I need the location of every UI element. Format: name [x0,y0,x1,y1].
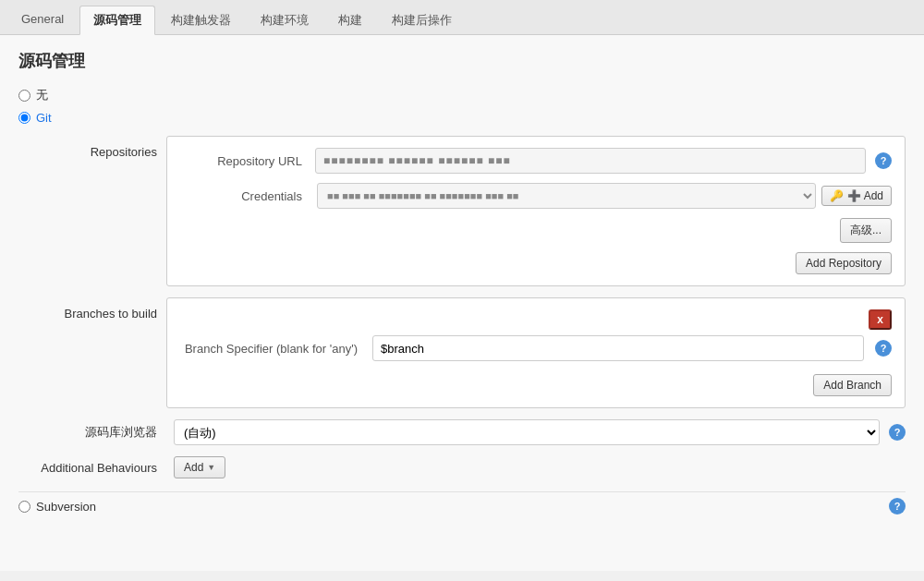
url-label: Repository URL [180,154,310,168]
branches-content: x Branch Specifier (blank for 'any') ? A… [166,297,906,408]
repo-url-row: Repository URL ? [180,148,892,174]
repositories-panel: Repository URL ? Credentials ■■ ■■■ ■■ ■… [166,136,906,286]
tab-build[interactable]: 构建 [324,6,376,34]
main-content: 源码管理 无 Git Repositories Repository URL ? [0,35,924,571]
browser-row: 源码库浏览器 (自动) ? [18,419,906,445]
key-icon: 🔑 [830,189,844,202]
dropdown-caret-icon: ▼ [207,463,215,472]
repo-buttons-row: 高级... [180,218,892,248]
cred-label: Credentials [180,189,310,203]
branch-specifier-row: Branch Specifier (blank for 'any') ? [180,335,892,361]
page-title: 源码管理 [18,50,906,72]
tab-general[interactable]: General [7,6,78,34]
radio-subversion[interactable] [18,501,30,513]
radio-none-item: 无 [18,87,906,103]
subversion-row: Subversion ? [18,491,906,520]
radio-git-item: Git [18,111,906,125]
tab-env[interactable]: 构建环境 [247,6,322,34]
browser-content: (自动) ? [174,419,906,445]
subversion-label: Subversion [36,500,96,514]
repositories-content: Repository URL ? Credentials ■■ ■■■ ■■ ■… [166,136,906,286]
radio-none-label: 无 [36,87,48,103]
radio-git[interactable] [18,112,30,124]
add-branch-button[interactable]: Add Branch [813,374,892,396]
url-help-icon[interactable]: ? [875,152,892,169]
radio-none[interactable] [18,90,30,102]
browser-select[interactable]: (自动) [174,419,880,445]
branch-specifier-label: Branch Specifier (blank for 'any') [180,342,365,356]
repositories-section: Repositories Repository URL ? Credential… [18,136,906,286]
credentials-row: Credentials ■■ ■■■ ■■ ■■■■■■■ ■■ ■■■■■■■… [180,183,892,209]
behaviours-row: Additional Behaviours Add ▼ [18,456,906,478]
browser-label: 源码库浏览器 [18,424,166,441]
branches-panel: x Branch Specifier (blank for 'any') ? A… [166,297,906,408]
branch-header: x [180,309,892,330]
add-behaviour-button[interactable]: Add ▼ [174,456,225,478]
repositories-label: Repositories [18,136,166,159]
add-branch-row: Add Branch [180,370,892,396]
url-input[interactable] [315,148,866,174]
add-repo-row: Add Repository [180,252,892,274]
browser-help-icon[interactable]: ? [889,424,906,441]
add-repository-button[interactable]: Add Repository [796,252,892,274]
tab-bar: General 源码管理 构建触发器 构建环境 构建 构建后操作 [0,0,924,35]
radio-git-label: Git [36,111,52,125]
credentials-select[interactable]: ■■ ■■■ ■■ ■■■■■■■ ■■ ■■■■■■■ ■■■ ■■ [317,183,816,209]
tab-scm[interactable]: 源码管理 [79,6,155,35]
branches-section: Branches to build x Branch Specifier (bl… [18,297,906,408]
branch-specifier-input[interactable] [372,335,864,361]
tab-post[interactable]: 构建后操作 [378,6,466,34]
behaviours-label: Additional Behaviours [18,461,166,475]
subversion-help-icon[interactable]: ? [889,498,906,514]
tab-triggers[interactable]: 构建触发器 [157,6,245,34]
branch-help-icon[interactable]: ? [875,340,892,357]
remove-branch-button[interactable]: x [869,309,892,330]
branches-label: Branches to build [18,297,166,321]
add-credential-button[interactable]: 🔑 ➕ Add [821,186,892,206]
add-behaviour-label: Add [184,461,203,474]
scm-radio-group: 无 Git [18,87,906,125]
advanced-button[interactable]: 高级... [840,218,892,243]
